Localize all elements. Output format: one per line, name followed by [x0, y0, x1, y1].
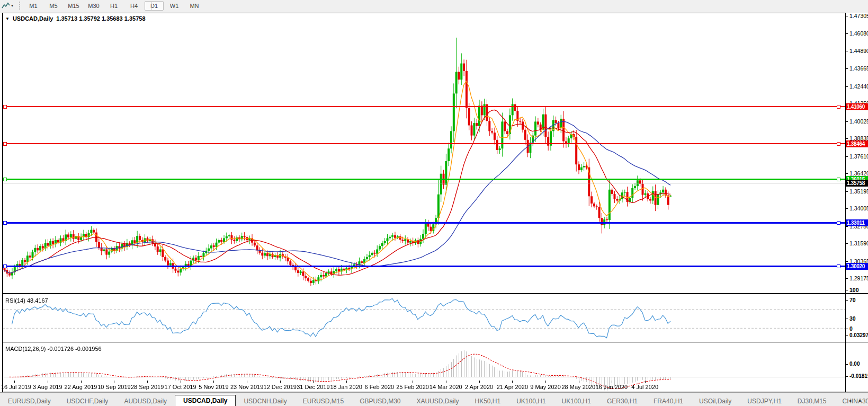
rsi-panel-canvas[interactable] — [3, 294, 845, 342]
date-tick-mark — [147, 381, 148, 383]
date-tick-mark — [247, 381, 247, 383]
price-tick-mark — [846, 51, 848, 51]
symbol-tab-usdjpy-h1[interactable]: USDJPY,H1 — [739, 396, 789, 406]
symbol-tab-audusd-daily[interactable]: AUDUSD,Daily — [116, 396, 175, 406]
tab-scroll-arrows[interactable]: ◂ ▸ — [848, 398, 865, 403]
zigzag-chart-icon — [2, 2, 10, 10]
price-tick-label: 1.34005 — [849, 205, 867, 211]
date-tick-mark — [313, 381, 314, 383]
chevron-down-icon: ▾ — [11, 1, 13, 11]
macd-tick-mark — [846, 376, 848, 377]
level-drag-handle[interactable] — [3, 221, 7, 225]
symbol-tab-uk100-h1[interactable]: UK100,H1 — [554, 396, 599, 406]
price-tick-label: 1.37610 — [849, 153, 867, 160]
price-tick-label: 1.35195 — [849, 188, 867, 195]
timeframe-button-h4[interactable]: H4 — [124, 1, 144, 11]
date-axis-label: 28 Sep 2019 — [131, 384, 164, 390]
symbol-tab-eurusd-m15[interactable]: EURUSD,M15 — [295, 396, 352, 406]
toolbar-separator — [151, 1, 152, 10]
date-axis-label: 25 Feb 2020 — [396, 384, 429, 390]
main-chart-canvas[interactable] — [3, 25, 845, 293]
price-tick-mark — [846, 243, 848, 244]
chart-border-left — [2, 13, 3, 392]
macd-tick-label: -0.018154 — [849, 373, 867, 379]
level-price-label: 1.33011 — [846, 219, 868, 226]
symbol-tab-bar: EURUSD,DailyUSDCHF,DailyAUDUSD,DailyUSDC… — [0, 392, 868, 406]
date-tick-mark — [512, 381, 513, 383]
price-tick-mark — [846, 191, 848, 192]
date-tick-mark — [479, 381, 480, 383]
date-tick-mark — [545, 381, 546, 383]
horizontal-level-line[interactable] — [3, 143, 845, 144]
timeframe-toolbar: ▾ M1M5M15M30H1H4D1W1MN — [0, 0, 868, 13]
symbol-tab-dj30-m15[interactable]: DJ30,M15 — [790, 396, 835, 406]
level-drag-handle[interactable] — [3, 142, 7, 146]
line-studies-icon[interactable]: ▾ — [2, 1, 17, 11]
level-price-label: 1.30020 — [846, 263, 868, 270]
price-tick-label: 1.47305 — [849, 13, 867, 19]
date-axis-label: 28 May 2020 — [562, 384, 596, 390]
date-axis-label: 12 Dec 2019 — [264, 384, 297, 390]
horizontal-level-line[interactable] — [3, 266, 845, 267]
horizontal-level-line[interactable] — [3, 106, 845, 107]
symbol-tab-fra40-h1[interactable]: FRA40,H1 — [646, 396, 691, 406]
rsi-tick-label: 30 — [849, 315, 867, 322]
timeframe-button-m5[interactable]: M5 — [44, 1, 63, 11]
date-tick-mark — [612, 381, 612, 383]
date-axis-label: 2 Apr 2020 — [465, 384, 493, 390]
price-axis-separator[interactable] — [845, 13, 846, 392]
level-drag-handle[interactable] — [837, 105, 840, 109]
price-tick-label: 1.29175 — [849, 275, 867, 281]
price-tick-label: 1.46080 — [849, 30, 867, 37]
macd-tick-label: 0.032972 — [849, 332, 867, 339]
level-drag-handle[interactable] — [837, 178, 840, 181]
level-drag-handle[interactable] — [3, 178, 7, 181]
timeframe-button-w1[interactable]: W1 — [165, 1, 184, 11]
timeframe-button-m15[interactable]: M15 — [64, 1, 83, 11]
symbol-tab-usdcnh-daily[interactable]: USDCNH,Daily — [236, 396, 294, 406]
level-drag-handle[interactable] — [3, 105, 7, 109]
macd-label: MACD(12,26,9) -0.001726 -0.001956 — [5, 346, 102, 352]
symbol-tab-usdchf-daily[interactable]: USDCHF,Daily — [59, 396, 117, 406]
date-axis-label: 23 Nov 2019 — [230, 384, 263, 390]
level-drag-handle[interactable] — [837, 142, 840, 146]
horizontal-level-line[interactable] — [3, 179, 845, 180]
level-drag-handle[interactable] — [837, 264, 840, 268]
rsi-tick-mark — [846, 329, 848, 329]
main-rsi-separator[interactable] — [2, 293, 868, 294]
horizontal-level-line[interactable] — [3, 222, 845, 224]
date-axis-label: 21 Apr 2020 — [497, 384, 528, 390]
date-axis-label: 10 Sep 2019 — [97, 384, 130, 390]
price-tick-mark — [846, 68, 848, 69]
level-drag-handle[interactable] — [3, 264, 7, 268]
rsi-tick-label: 0 — [849, 325, 867, 332]
symbol-tab-ger30-h1[interactable]: GER30,H1 — [599, 396, 646, 406]
rsi-tick-mark — [846, 290, 848, 290]
timeframe-button-m1[interactable]: M1 — [24, 1, 43, 11]
symbol-tab-uk100-h1[interactable]: UK100,H1 — [508, 396, 553, 406]
price-tick-mark — [846, 261, 848, 262]
symbol-tab-usdcad-daily[interactable]: USDCAD,Daily — [175, 395, 236, 406]
macd-tick-mark — [846, 336, 848, 336]
collapse-triangle-icon[interactable]: ▼ — [5, 16, 10, 21]
timeframe-button-m30[interactable]: M30 — [84, 1, 103, 11]
timeframe-button-h1[interactable]: H1 — [104, 1, 123, 11]
rsi-tick-label: 100 — [849, 287, 867, 293]
mt4-application: ▾ M1M5M15M30H1H4D1W1MN 1.473051.460801.4… — [0, 0, 868, 406]
symbol-tab-xauusd-daily[interactable]: XAUUSD,Daily — [408, 396, 467, 406]
rsi-tick-mark — [846, 300, 848, 301]
timeframe-button-mn[interactable]: MN — [185, 1, 204, 11]
date-tick-mark — [346, 381, 347, 383]
symbol-tab-gbpusd-m30[interactable]: GBPUSD,M30 — [352, 396, 408, 406]
price-tick-mark — [846, 121, 848, 122]
rsi-macd-separator[interactable] — [2, 342, 868, 342]
symbol-tab-hk50-h1[interactable]: HK50,H1 — [467, 396, 509, 406]
symbol-tab-eurusd-daily[interactable]: EURUSD,Daily — [0, 396, 59, 406]
level-drag-handle[interactable] — [837, 221, 840, 225]
date-axis-label: 6 Feb 2020 — [365, 384, 395, 390]
chart-window: 1.473051.460801.448901.436651.424401.412… — [0, 13, 868, 392]
symbol-tab-usoil-daily[interactable]: USOil,Daily — [691, 396, 739, 406]
timeframe-button-d1[interactable]: D1 — [145, 1, 164, 11]
date-axis-label: 14 Mar 2020 — [429, 384, 462, 390]
macd-tick-label: 0.00 — [849, 361, 867, 367]
